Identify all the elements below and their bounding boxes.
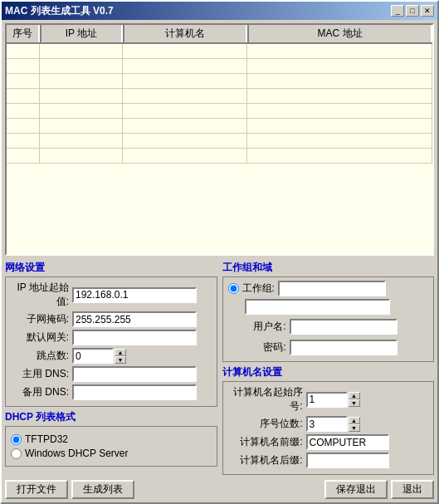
- hop-up-button[interactable]: ▲: [115, 349, 126, 356]
- workgroup-input[interactable]: [278, 281, 386, 296]
- gateway-row: 默认网关:: [11, 330, 212, 345]
- minimize-button[interactable]: _: [391, 5, 404, 17]
- start-seq-input[interactable]: [306, 392, 348, 408]
- right-panel: 工作组和域 工作组: 用户名:: [222, 261, 435, 475]
- dhcp-tftpd32-radio[interactable]: [11, 434, 22, 445]
- titlebar: MAC 列表生成工具 V0.7 _ □ ✕: [2, 2, 437, 20]
- table-row: [7, 89, 432, 104]
- primary-dns-label: 主用 DNS:: [11, 367, 69, 381]
- workgroup-row-2: [228, 299, 429, 315]
- workgroup-title: 工作组和域: [222, 261, 435, 275]
- hop-input[interactable]: [72, 348, 114, 364]
- workgroup-section: 工作组和域 工作组: 用户名:: [222, 261, 435, 362]
- mac-table: 序号 IP 地址 计算机名 MAC 地址: [5, 23, 434, 256]
- network-settings-box: IP 地址起始值: 子网掩码: 默认网关: 跳点数:: [5, 276, 217, 407]
- table-header: 序号 IP 地址 计算机名 MAC 地址: [7, 25, 432, 44]
- dhcp-option-2: Windows DHCP Server: [11, 448, 212, 459]
- hop-down-button[interactable]: ▼: [115, 356, 126, 364]
- open-file-button[interactable]: 打开文件: [5, 480, 68, 499]
- computer-name-section: 计算机名设置 计算机名起始序号: ▲ ▼: [222, 365, 435, 475]
- subnet-input[interactable]: [72, 311, 197, 327]
- cell-mac: [247, 44, 432, 58]
- bottom-panels: 网络设置 IP 地址起始值: 子网掩码: 默认网关:: [5, 261, 434, 475]
- generate-list-button[interactable]: 生成列表: [71, 480, 134, 499]
- save-exit-button[interactable]: 保存退出: [324, 480, 388, 499]
- hop-spinner-buttons: ▲ ▼: [115, 349, 126, 364]
- workgroup-label: 工作组:: [242, 281, 275, 296]
- workgroup-box: 工作组: 用户名: 密码:: [222, 276, 435, 362]
- col-header-computer: 计算机名: [123, 25, 247, 42]
- close-button[interactable]: ✕: [421, 5, 434, 17]
- table-row: [7, 44, 432, 59]
- password-label: 密码:: [228, 340, 286, 355]
- seq-digits-up-button[interactable]: ▲: [349, 417, 360, 424]
- cell-ip: [40, 44, 123, 58]
- suffix-label: 计算机名后缀:: [228, 453, 303, 467]
- hop-spinner: ▲ ▼: [72, 348, 126, 364]
- col-header-mac: MAC 地址: [247, 25, 432, 42]
- workgroup-radio[interactable]: [228, 283, 239, 294]
- table-row: [7, 119, 432, 134]
- dhcp-title: DHCP 列表格式: [5, 410, 217, 424]
- ip-start-label: IP 地址起始值:: [11, 281, 69, 309]
- seq-digits-row: 序号位数: ▲ ▼: [228, 416, 429, 432]
- table-row: [7, 104, 432, 119]
- backup-dns-row: 备用 DNS:: [11, 384, 212, 400]
- table-row: [7, 59, 432, 74]
- suffix-row: 计算机名后缀:: [228, 453, 429, 468]
- dhcp-format-section: DHCP 列表格式 TFTPD32 Windows DHCP Server: [5, 410, 217, 467]
- gateway-input[interactable]: [72, 330, 197, 345]
- dhcp-option-1: TFTPD32: [11, 433, 212, 445]
- primary-dns-input[interactable]: [72, 366, 197, 382]
- col-header-ip: IP 地址: [40, 25, 123, 42]
- password-row: 密码:: [228, 340, 429, 355]
- start-seq-spinner: ▲ ▼: [306, 392, 360, 408]
- seq-digits-down-button[interactable]: ▼: [349, 424, 360, 432]
- prefix-input[interactable]: [306, 434, 389, 450]
- dhcp-radio-group: TFTPD32 Windows DHCP Server: [11, 430, 212, 462]
- left-panel: 网络设置 IP 地址起始值: 子网掩码: 默认网关:: [5, 261, 217, 475]
- computer-name-title: 计算机名设置: [222, 365, 435, 379]
- start-seq-down-button[interactable]: ▼: [349, 399, 360, 407]
- dhcp-tftpd32-label: TFTPD32: [25, 433, 68, 445]
- button-bar: 打开文件 生成列表 保存退出 退出: [5, 480, 434, 499]
- table-row: [7, 134, 432, 149]
- seq-digits-label: 序号位数:: [228, 417, 303, 431]
- suffix-input[interactable]: [306, 453, 389, 468]
- primary-dns-row: 主用 DNS:: [11, 366, 212, 382]
- backup-dns-label: 备用 DNS:: [11, 385, 69, 399]
- start-seq-row: 计算机名起始序号: ▲ ▼: [228, 385, 429, 413]
- hop-label: 跳点数:: [11, 349, 69, 363]
- password-input[interactable]: [290, 340, 398, 355]
- start-seq-up-button[interactable]: ▲: [349, 392, 360, 399]
- ip-start-row: IP 地址起始值:: [11, 281, 212, 309]
- cell-computer: [123, 44, 247, 58]
- table-row: [7, 74, 432, 89]
- subnet-label: 子网掩码:: [11, 312, 69, 326]
- dhcp-windows-label: Windows DHCP Server: [25, 448, 128, 459]
- backup-dns-input[interactable]: [72, 384, 197, 400]
- network-settings-section: 网络设置 IP 地址起始值: 子网掩码: 默认网关:: [5, 261, 217, 407]
- cell-seq: [7, 44, 40, 58]
- dhcp-windows-radio[interactable]: [11, 448, 22, 459]
- exit-button[interactable]: 退出: [391, 480, 434, 499]
- start-seq-label: 计算机名起始序号:: [228, 385, 303, 413]
- seq-digits-input[interactable]: [306, 416, 348, 432]
- table-rows: [7, 44, 432, 255]
- main-window: MAC 列表生成工具 V0.7 _ □ ✕ 序号 IP 地址 计算机名 MAC …: [0, 0, 439, 504]
- workgroup-row-1: 工作组:: [228, 281, 429, 296]
- ip-start-input[interactable]: [72, 287, 197, 303]
- dhcp-box: TFTPD32 Windows DHCP Server: [5, 426, 217, 467]
- computer-name-box: 计算机名起始序号: ▲ ▼ 序号位数:: [222, 381, 435, 475]
- button-spacer: [138, 480, 321, 499]
- hop-row: 跳点数: ▲ ▼: [11, 348, 212, 364]
- workgroup-field2-input[interactable]: [245, 299, 390, 315]
- username-row: 用户名:: [228, 319, 429, 335]
- network-settings-title: 网络设置: [5, 261, 217, 275]
- start-seq-btns: ▲ ▼: [349, 392, 360, 407]
- seq-digits-btns: ▲ ▼: [349, 417, 360, 432]
- username-input[interactable]: [290, 319, 398, 335]
- prefix-label: 计算机名前缀:: [228, 435, 303, 449]
- titlebar-buttons: _ □ ✕: [391, 5, 434, 17]
- maximize-button[interactable]: □: [406, 5, 419, 17]
